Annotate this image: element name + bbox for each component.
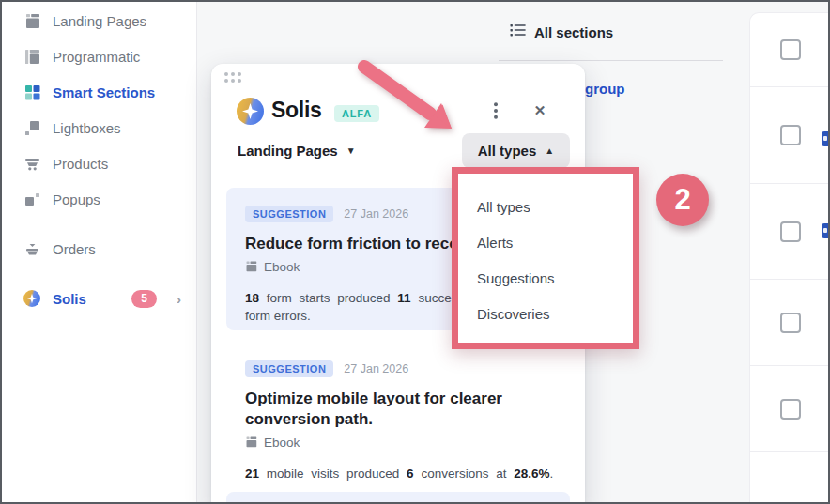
step-number-annotation: 2 [656, 174, 709, 226]
sidebar-item-lightboxes[interactable]: Lightboxes [2, 110, 196, 145]
type-filter-label: All types [478, 143, 537, 159]
smart-sections-icon [23, 84, 40, 100]
popup-title: Solis [271, 98, 321, 123]
sidebar-item-label: Landing Pages [53, 13, 146, 29]
solis-logo-icon [23, 290, 40, 307]
card-date: 27 Jan 2026 [344, 362, 408, 375]
type-dropdown-menu: All typesAlertsSuggestionsDiscoveries [452, 167, 639, 349]
sidebar-item-label: Programmatic [53, 49, 140, 65]
type-filter-button[interactable]: All types ▲ [462, 133, 570, 168]
close-icon[interactable]: ✕ [531, 101, 548, 120]
table-row [750, 452, 830, 504]
page-filter-label: Landing Pages [238, 143, 338, 159]
ebook-icon [245, 435, 257, 451]
ebook-icon [245, 260, 257, 275]
app-window: Landing PagesProgrammaticSmart SectionsL… [0, 0, 830, 504]
kebab-menu-icon[interactable] [487, 101, 504, 120]
list-icon [510, 23, 526, 40]
popups-icon [23, 191, 40, 207]
menu-item-discoveries[interactable]: Discoveries [458, 296, 633, 331]
sidebar-item-products[interactable]: Products [2, 145, 196, 181]
menu-item-all-types[interactable]: All types [458, 189, 633, 224]
sidebar-item-orders[interactable]: Orders [2, 231, 196, 267]
page-header: All sections [510, 23, 613, 40]
sidebar-item-label: Orders [53, 241, 96, 257]
notification-badge: 5 [131, 290, 157, 308]
row-checkbox[interactable] [780, 39, 801, 60]
menu-item-alerts[interactable]: Alerts [458, 224, 633, 260]
table-row [750, 280, 830, 366]
orders-icon [23, 240, 40, 257]
landing-pages-icon [23, 12, 40, 29]
sidebar-item-programmatic[interactable]: Programmatic [2, 38, 196, 74]
section-type-chip [822, 131, 830, 146]
sidebar: Landing PagesProgrammaticSmart SectionsL… [2, 2, 197, 502]
drag-handle-icon[interactable] [224, 72, 241, 83]
row-checkbox[interactable] [780, 313, 801, 333]
solis-logo-icon [237, 98, 264, 125]
section-type-chip [822, 223, 830, 238]
sidebar-item-label: Popups [53, 191, 100, 207]
lightboxes-icon [23, 119, 40, 136]
suggestion-tag: SUGGESTION [245, 206, 333, 222]
chevron-down-icon: ▼ [346, 145, 356, 156]
row-checkbox[interactable] [780, 125, 801, 145]
card-meta-label: Ebook [264, 260, 300, 274]
table-row [750, 184, 830, 280]
card-date: 27 Jan 2026 [344, 207, 408, 221]
suggestion-card[interactable]: SUGGESTION27 Jan 2026Optimize mobile lay… [226, 343, 570, 500]
sidebar-item-landing-pages[interactable]: Landing Pages [2, 3, 196, 38]
sidebar-item-label: Solis [53, 291, 86, 307]
programmatic-icon [23, 48, 40, 65]
group-link[interactable]: group [585, 81, 625, 97]
sidebar-item-popups[interactable]: Popups [2, 181, 196, 217]
sidebar-item-label: Smart Sections [53, 84, 155, 100]
products-icon [23, 155, 40, 172]
page-filter-dropdown[interactable]: Landing Pages ▼ [238, 143, 356, 159]
sidebar-item-smart-sections[interactable]: Smart Sections [2, 74, 196, 110]
page-title: All sections [534, 24, 613, 40]
card-meta-label: Ebook [264, 435, 300, 450]
table-row [750, 87, 830, 184]
menu-item-suggestions[interactable]: Suggestions [458, 260, 633, 296]
suggestion-tag: SUGGESTION [245, 360, 333, 377]
sidebar-item-label: Lightboxes [53, 120, 121, 136]
table-row [750, 366, 830, 452]
card-title: Optimize mobile layout for clearer conve… [245, 389, 551, 430]
sidebar-item-solis[interactable]: Solis5› [2, 281, 196, 316]
sidebar-item-label: Products [53, 156, 108, 172]
row-checkbox[interactable] [780, 221, 801, 242]
card-body: 21 mobile visits produced 6 conversions … [245, 465, 551, 483]
chevron-up-icon: ▲ [545, 145, 554, 156]
chevron-right-icon: › [177, 292, 181, 306]
sections-table [749, 12, 830, 504]
next-card-preview [226, 492, 570, 504]
table-row [750, 13, 830, 87]
alfa-badge: ALFA [334, 105, 379, 122]
header-divider [499, 60, 723, 61]
row-checkbox[interactable] [780, 399, 801, 420]
